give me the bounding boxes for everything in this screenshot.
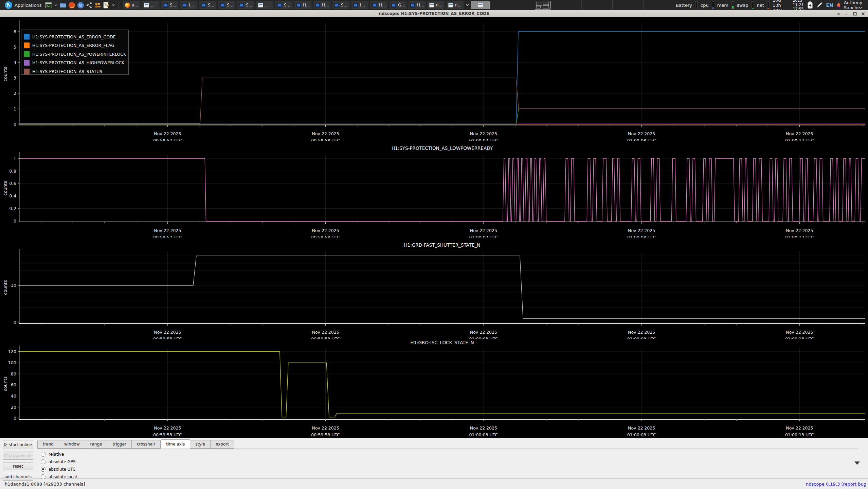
chevron-down-icon[interactable] [54,1,57,9]
chevron-down-icon[interactable] [111,1,115,9]
radio-absolute-GPS[interactable]: absolute GPS [41,459,77,464]
monitor-label-cpu[interactable]: cpu [701,3,709,8]
taskbar-window-button[interactable]: n... [427,1,445,9]
workspace[interactable] [581,1,612,10]
button-label: reset [13,464,23,469]
taskbar-active-window-button[interactable] [471,1,489,9]
notes-launcher-icon[interactable] [103,1,110,9]
taskbar-window-button[interactable]: S... [332,1,350,9]
svg-text:60: 60 [11,382,16,387]
taskbar-window-button[interactable]: a... [123,1,141,9]
tab-style[interactable]: style [190,440,211,449]
panel-scroll-down-icon[interactable] [854,461,860,465]
stylus-icon[interactable] [816,2,823,8]
clock[interactable]: 2025-11-21 17:55 [792,0,804,12]
plot-0[interactable]: 0123456countsNov 22 202500:59:53 UTCNov … [3,20,865,143]
trace-H1:GRD-FAST_SHUTTER_STATE_N [19,256,865,318]
tab-range[interactable]: range [85,440,108,449]
tab-trigger[interactable]: trigger [107,440,132,449]
workspace[interactable] [643,1,674,10]
window-button-label: I... [189,3,194,7]
sensors-flame-icon[interactable] [836,1,841,9]
radio-relative[interactable]: relative [41,452,77,457]
monitor-graph[interactable] [695,1,698,9]
user-name[interactable]: Anthony Sanchez [844,0,865,10]
add-channels-button[interactable]: add channels [3,473,33,481]
taskbar-window-button[interactable]: I... [180,1,198,9]
battery-icon[interactable] [807,1,813,9]
taskbar-window-button[interactable]: S... [161,1,179,9]
taskbar-window-button[interactable]: ... [256,1,274,9]
report-bug-link[interactable]: (report bug [841,482,866,487]
monitor-graph[interactable] [712,1,714,9]
monitor-label-swap[interactable]: swap [737,3,748,8]
svg-text:3: 3 [14,75,16,81]
button-label: stop online [9,453,32,458]
monitor-graph[interactable] [767,1,770,9]
plot-area[interactable]: 0123456countsNov 22 202500:59:53 UTCNov … [0,17,868,438]
radio-absolute-local[interactable]: absolute local [41,474,77,479]
workspace[interactable] [550,1,581,10]
tab-time-axis[interactable]: time axis [161,439,190,449]
workspace-pager[interactable] [535,1,674,10]
file-manager-launcher-icon[interactable] [59,1,67,9]
close-window-icon[interactable] [861,12,865,16]
share-nodes-launcher-icon[interactable] [86,1,93,9]
workspace-active[interactable] [535,1,550,10]
radio-circle[interactable] [41,474,46,479]
radio-label: absolute GPS [49,459,76,464]
radio-circle[interactable] [41,459,46,464]
taskbar-window-button[interactable]: H... [408,1,426,9]
taskbar-window-button[interactable]: n... [446,1,464,9]
taskbar-window-button[interactable]: I... [351,1,369,9]
firefox-launcher-icon[interactable] [68,1,75,9]
plot-1[interactable]: 00.20.40.60.81countsH1:SYS-PROTECTION_AS… [3,145,865,240]
chromium-launcher-icon[interactable] [77,1,84,9]
version-link[interactable]: 0.19.3 [826,482,840,487]
plots-canvas[interactable]: 0123456countsNov 22 202500:59:53 UTCNov … [0,17,868,438]
taskbar-window-button[interactable]: H... [313,1,331,9]
monitor-graph[interactable] [752,1,754,9]
radio-absolute-UTC[interactable]: absolute UTC [41,467,77,472]
keyboard-layout-indicator[interactable]: EN [826,2,833,8]
svg-text:120: 120 [8,349,16,354]
window-titlebar[interactable]: ndscope: H1:SYS-PROTECTION_AS_ERROR_CODE [0,10,868,17]
workspace[interactable] [612,1,643,10]
monitor-label-mem[interactable]: mem [717,3,728,8]
start-online-button[interactable]: start online [3,440,33,449]
taskbar-window-button[interactable]: S... [275,1,293,9]
svg-text:00:59:58 UTC: 00:59:58 UTC [311,138,340,143]
ndscope-link[interactable]: ndscope [806,482,825,487]
taskbar-window-button[interactable]: S... [199,1,217,9]
tab-crosshair[interactable]: crosshair [132,440,161,449]
minimize-window-icon[interactable] [845,12,849,16]
taskbar-window-button[interactable]: S... [237,1,255,9]
svg-text:counts: counts [3,67,8,82]
monitor-label-battery[interactable]: Battery [676,3,692,8]
terminal-launcher-icon[interactable] [45,1,52,9]
monitor-graph[interactable] [731,1,734,9]
date-label: 2025-11-21 [793,0,804,7]
radio-circle[interactable] [41,467,46,472]
contacts-launcher-icon[interactable] [94,1,101,9]
taskbar-window-button[interactable]: G... [389,1,407,9]
tab-trend[interactable]: trend [37,440,59,449]
radio-circle[interactable] [41,452,46,457]
taskbar-window-button[interactable]: H... [370,1,388,9]
tab-window[interactable]: window [59,440,85,449]
reset-button[interactable]: reset [3,462,33,470]
taskbar-window-button[interactable]: S... [218,1,236,9]
button-label: start online [9,442,32,447]
plot-3[interactable]: 020406080100120countsH1:GRD-ISC_LOCK_STA… [3,340,865,437]
taskbar-window-button[interactable]: H... [294,1,312,9]
shade-window-icon[interactable] [836,12,841,16]
window-list-overflow-chevron-icon[interactable] [466,1,469,9]
tab-export[interactable]: export [211,440,234,449]
monitor-icon [372,3,377,7]
plot-2[interactable]: 010countsH1:GRD-FAST_SHUTTER_STATE_NNov … [3,242,865,342]
monitor-label-net[interactable]: net [757,3,764,8]
maximize-window-icon[interactable] [853,12,857,16]
applications-menu[interactable]: Applications [3,1,43,10]
svg-text:5: 5 [14,45,16,50]
taskbar-window-button[interactable]: ... [142,1,160,9]
